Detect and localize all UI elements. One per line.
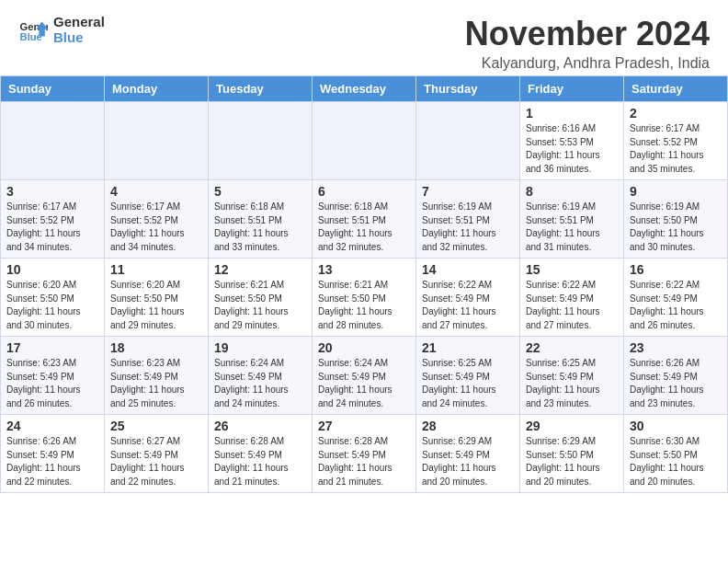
- calendar-cell: 7Sunrise: 6:19 AM Sunset: 5:51 PM Daylig…: [416, 180, 520, 259]
- calendar-cell: [313, 102, 416, 180]
- day-number: 12: [214, 262, 306, 277]
- calendar-cell: 3Sunrise: 6:17 AM Sunset: 5:52 PM Daylig…: [1, 180, 105, 259]
- day-number: 16: [630, 262, 722, 277]
- day-info: Sunrise: 6:29 AM Sunset: 5:49 PM Dayligh…: [422, 435, 514, 488]
- day-number: 30: [630, 419, 722, 433]
- day-info: Sunrise: 6:30 AM Sunset: 5:50 PM Dayligh…: [630, 435, 722, 488]
- day-number: 27: [318, 419, 410, 433]
- day-info: Sunrise: 6:21 AM Sunset: 5:50 PM Dayligh…: [214, 279, 306, 332]
- calendar-cell: 29Sunrise: 6:29 AM Sunset: 5:50 PM Dayli…: [520, 415, 624, 493]
- day-info: Sunrise: 6:19 AM Sunset: 5:51 PM Dayligh…: [422, 201, 514, 254]
- day-number: 3: [6, 184, 98, 199]
- day-number: 10: [6, 262, 98, 277]
- calendar-cell: 26Sunrise: 6:28 AM Sunset: 5:49 PM Dayli…: [209, 415, 313, 493]
- day-info: Sunrise: 6:24 AM Sunset: 5:49 PM Dayligh…: [214, 357, 306, 410]
- day-info: Sunrise: 6:28 AM Sunset: 5:49 PM Dayligh…: [318, 435, 410, 488]
- day-number: 15: [526, 262, 618, 277]
- calendar-cell: 9Sunrise: 6:19 AM Sunset: 5:50 PM Daylig…: [624, 180, 728, 259]
- day-number: 14: [422, 262, 514, 277]
- week-row-4: 17Sunrise: 6:23 AM Sunset: 5:49 PM Dayli…: [1, 337, 728, 415]
- calendar-cell: [209, 102, 313, 180]
- day-info: Sunrise: 6:29 AM Sunset: 5:50 PM Dayligh…: [526, 435, 618, 488]
- month-title: November 2024: [465, 15, 710, 53]
- day-number: 7: [422, 184, 514, 199]
- week-row-2: 3Sunrise: 6:17 AM Sunset: 5:52 PM Daylig…: [1, 180, 728, 259]
- day-number: 18: [110, 340, 202, 355]
- title-block: November 2024 Kalyandurg, Andhra Pradesh…: [465, 15, 710, 72]
- day-number: 25: [110, 419, 202, 433]
- calendar-cell: [416, 102, 520, 180]
- day-number: 29: [526, 419, 618, 433]
- day-number: 17: [6, 340, 98, 355]
- day-info: Sunrise: 6:22 AM Sunset: 5:49 PM Dayligh…: [422, 279, 514, 332]
- day-info: Sunrise: 6:17 AM Sunset: 5:52 PM Dayligh…: [110, 201, 202, 254]
- calendar-header-row: SundayMondayTuesdayWednesdayThursdayFrid…: [1, 76, 728, 102]
- day-info: Sunrise: 6:27 AM Sunset: 5:49 PM Dayligh…: [110, 435, 202, 488]
- day-number: 9: [630, 184, 722, 199]
- calendar-cell: 30Sunrise: 6:30 AM Sunset: 5:50 PM Dayli…: [624, 415, 728, 493]
- calendar-cell: 22Sunrise: 6:25 AM Sunset: 5:49 PM Dayli…: [520, 337, 624, 415]
- day-number: 2: [630, 106, 722, 121]
- calendar-cell: 1Sunrise: 6:16 AM Sunset: 5:53 PM Daylig…: [520, 102, 624, 180]
- calendar-cell: 16Sunrise: 6:22 AM Sunset: 5:49 PM Dayli…: [624, 259, 728, 337]
- calendar-cell: 2Sunrise: 6:17 AM Sunset: 5:52 PM Daylig…: [624, 102, 728, 180]
- day-header-wednesday: Wednesday: [313, 76, 416, 102]
- calendar-cell: 8Sunrise: 6:19 AM Sunset: 5:51 PM Daylig…: [520, 180, 624, 259]
- day-info: Sunrise: 6:24 AM Sunset: 5:49 PM Dayligh…: [318, 357, 410, 410]
- calendar-cell: 23Sunrise: 6:26 AM Sunset: 5:49 PM Dayli…: [624, 337, 728, 415]
- calendar-cell: 21Sunrise: 6:25 AM Sunset: 5:49 PM Dayli…: [416, 337, 520, 415]
- day-info: Sunrise: 6:18 AM Sunset: 5:51 PM Dayligh…: [214, 201, 306, 254]
- logo-blue: Blue: [53, 30, 105, 46]
- day-info: Sunrise: 6:17 AM Sunset: 5:52 PM Dayligh…: [630, 122, 722, 176]
- day-info: Sunrise: 6:23 AM Sunset: 5:49 PM Dayligh…: [110, 357, 202, 410]
- calendar-cell: 25Sunrise: 6:27 AM Sunset: 5:49 PM Dayli…: [105, 415, 209, 493]
- logo-general: General: [53, 15, 105, 30]
- day-header-tuesday: Tuesday: [209, 76, 313, 102]
- day-info: Sunrise: 6:16 AM Sunset: 5:53 PM Dayligh…: [526, 122, 618, 176]
- calendar-cell: 12Sunrise: 6:21 AM Sunset: 5:50 PM Dayli…: [209, 259, 313, 337]
- day-number: 20: [318, 340, 410, 355]
- day-info: Sunrise: 6:20 AM Sunset: 5:50 PM Dayligh…: [6, 279, 98, 332]
- calendar-cell: 6Sunrise: 6:18 AM Sunset: 5:51 PM Daylig…: [313, 180, 416, 259]
- day-info: Sunrise: 6:20 AM Sunset: 5:50 PM Dayligh…: [110, 279, 202, 332]
- calendar-cell: 13Sunrise: 6:21 AM Sunset: 5:50 PM Dayli…: [313, 259, 416, 337]
- day-number: 13: [318, 262, 410, 277]
- day-header-sunday: Sunday: [1, 76, 105, 102]
- calendar-cell: [105, 102, 209, 180]
- calendar: SundayMondayTuesdayWednesdayThursdayFrid…: [0, 75, 728, 493]
- logo: General Blue General Blue: [18, 15, 105, 45]
- week-row-1: 1Sunrise: 6:16 AM Sunset: 5:53 PM Daylig…: [1, 102, 728, 180]
- day-header-saturday: Saturday: [624, 76, 728, 102]
- calendar-cell: 28Sunrise: 6:29 AM Sunset: 5:49 PM Dayli…: [416, 415, 520, 493]
- calendar-cell: 17Sunrise: 6:23 AM Sunset: 5:49 PM Dayli…: [1, 337, 105, 415]
- day-number: 23: [630, 340, 722, 355]
- day-info: Sunrise: 6:18 AM Sunset: 5:51 PM Dayligh…: [318, 201, 410, 254]
- header: General Blue General Blue November 2024 …: [0, 0, 728, 75]
- day-info: Sunrise: 6:25 AM Sunset: 5:49 PM Dayligh…: [422, 357, 514, 410]
- calendar-cell: 27Sunrise: 6:28 AM Sunset: 5:49 PM Dayli…: [313, 415, 416, 493]
- day-info: Sunrise: 6:26 AM Sunset: 5:49 PM Dayligh…: [6, 435, 98, 488]
- day-info: Sunrise: 6:22 AM Sunset: 5:49 PM Dayligh…: [630, 279, 722, 332]
- day-header-monday: Monday: [105, 76, 209, 102]
- day-info: Sunrise: 6:28 AM Sunset: 5:49 PM Dayligh…: [214, 435, 306, 488]
- day-header-thursday: Thursday: [416, 76, 520, 102]
- calendar-cell: 4Sunrise: 6:17 AM Sunset: 5:52 PM Daylig…: [105, 180, 209, 259]
- week-row-5: 24Sunrise: 6:26 AM Sunset: 5:49 PM Dayli…: [1, 415, 728, 493]
- logo-icon: General Blue: [18, 16, 48, 45]
- calendar-cell: 10Sunrise: 6:20 AM Sunset: 5:50 PM Dayli…: [1, 259, 105, 337]
- day-info: Sunrise: 6:19 AM Sunset: 5:51 PM Dayligh…: [526, 201, 618, 254]
- calendar-cell: 5Sunrise: 6:18 AM Sunset: 5:51 PM Daylig…: [209, 180, 313, 259]
- day-info: Sunrise: 6:22 AM Sunset: 5:49 PM Dayligh…: [526, 279, 618, 332]
- calendar-cell: 18Sunrise: 6:23 AM Sunset: 5:49 PM Dayli…: [105, 337, 209, 415]
- day-number: 21: [422, 340, 514, 355]
- calendar-cell: 19Sunrise: 6:24 AM Sunset: 5:49 PM Dayli…: [209, 337, 313, 415]
- location: Kalyandurg, Andhra Pradesh, India: [465, 55, 710, 72]
- day-number: 11: [110, 262, 202, 277]
- day-number: 28: [422, 419, 514, 433]
- calendar-cell: 11Sunrise: 6:20 AM Sunset: 5:50 PM Dayli…: [105, 259, 209, 337]
- day-number: 5: [214, 184, 306, 199]
- day-number: 6: [318, 184, 410, 199]
- calendar-cell: 14Sunrise: 6:22 AM Sunset: 5:49 PM Dayli…: [416, 259, 520, 337]
- day-number: 19: [214, 340, 306, 355]
- calendar-cell: 24Sunrise: 6:26 AM Sunset: 5:49 PM Dayli…: [1, 415, 105, 493]
